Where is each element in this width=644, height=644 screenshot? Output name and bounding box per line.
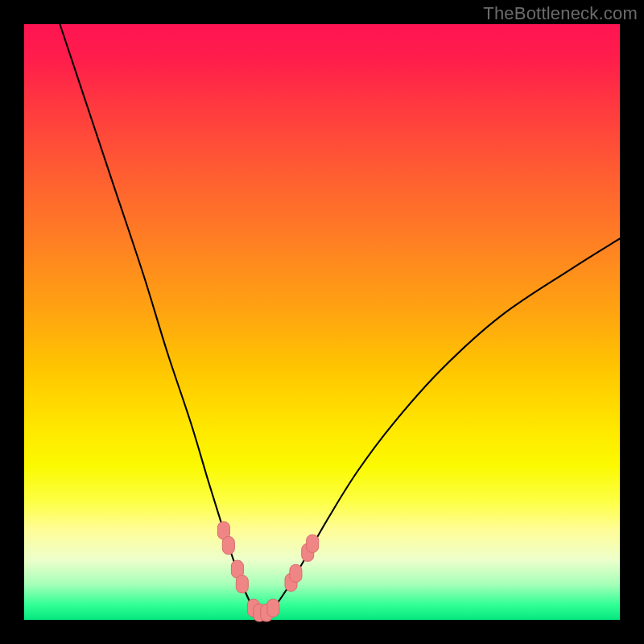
plot-area	[24, 24, 620, 620]
marker-point	[290, 564, 302, 582]
bottleneck-curve	[60, 24, 620, 613]
watermark-text: TheBottleneck.com	[483, 3, 638, 24]
marker-point	[236, 576, 248, 593]
marker-point	[222, 537, 234, 555]
curve-svg	[24, 24, 620, 620]
curve-markers	[217, 522, 318, 621]
marker-point	[267, 599, 279, 617]
chart-stage: TheBottleneck.com	[0, 0, 644, 644]
marker-point	[307, 535, 319, 552]
